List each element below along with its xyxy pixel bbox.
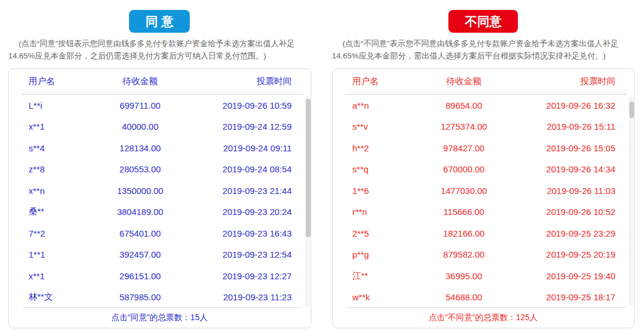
cell-amount: 1275374.00	[409, 122, 520, 131]
cell-username: 林**文	[9, 292, 85, 303]
cell-amount: 115666.00	[409, 207, 520, 217]
cell-amount: 1477030.00	[409, 186, 520, 196]
disagree-button[interactable]: 不同意	[448, 10, 518, 33]
cell-vote-time: 2019-09-23 16:43	[196, 228, 311, 238]
cell-amount: 3804189.00	[85, 207, 196, 217]
cell-username: r**n	[333, 207, 409, 217]
cell-username: x**1	[9, 271, 85, 281]
cell-amount: 280553.00	[85, 164, 196, 174]
table-row: 1**1 392457.00 2019-09-23 12:54	[9, 244, 311, 266]
cell-amount: 296151.00	[85, 271, 196, 281]
agree-table-header: 用户名 待收金额 投票时间	[9, 69, 311, 94]
cell-amount: 182166.00	[409, 228, 520, 238]
cell-username: 桑**	[9, 206, 85, 217]
column-header-username: 用户名	[9, 76, 85, 87]
cell-amount: 36995.00	[409, 271, 520, 281]
cell-amount: 54688.00	[409, 292, 520, 302]
cell-vote-time: 2019-09-25 19:40	[520, 271, 635, 281]
cell-vote-time: 2019-09-25 23:29	[520, 228, 635, 238]
cell-amount: 699711.00	[85, 100, 196, 110]
cell-vote-time: 2019-09-26 14:34	[520, 164, 635, 174]
cell-amount: 128134.00	[85, 143, 196, 153]
cell-username: s**v	[333, 122, 409, 131]
table-row: p**g 879582.00 2019-09-25 20:19	[333, 244, 635, 266]
table-row: s**q 670000.00 2019-09-26 14:34	[333, 159, 635, 181]
vote-page: 同 意 (点击“同意”按钮表示您同意由钱多多兑付专款账户资金给予未选方案出借人补…	[0, 0, 644, 328]
cell-vote-time: 2019-09-24 08:54	[196, 164, 311, 174]
agree-section: 同 意 (点击“同意”按钮表示您同意由钱多多兑付专款账户资金给予未选方案出借人补…	[8, 0, 311, 328]
cell-username: s**4	[9, 143, 85, 153]
cell-vote-time: 2019-09-23 21:44	[196, 186, 311, 196]
cell-amount: 587985.00	[85, 292, 196, 302]
agree-button-wrap: 同 意	[8, 10, 311, 33]
disagree-scrollbar-thumb[interactable]	[629, 102, 634, 118]
cell-amount: 675401.00	[85, 228, 196, 238]
disagree-scrollbar-track[interactable]	[629, 96, 633, 306]
agree-description: (点击“同意”按钮表示您同意由钱多多兑付专款账户资金给予未选方案出借人补足14.…	[8, 37, 311, 62]
cell-amount: 89654.00	[409, 100, 520, 110]
table-row: 桑** 3804189.00 2019-09-23 20:24	[9, 202, 311, 223]
table-row: x**1 40000.00 2019-09-24 12:59	[9, 116, 311, 138]
cell-vote-time: 2019-09-23 12:27	[196, 271, 311, 281]
disagree-section: 不同意 (点击“不同意”表示您不同意由钱多多兑付专款账户资金给予未选方案出借人补…	[332, 0, 635, 328]
agree-button[interactable]: 同 意	[129, 10, 190, 33]
table-row: s**v 1275374.00 2019-09-26 15:11	[333, 116, 635, 138]
cell-vote-time: 2019-09-26 10:59	[196, 100, 311, 110]
disagree-vote-table: 用户名 待收金额 投票时间 a**n 89654.00 2019-09-26 1…	[332, 68, 635, 328]
cell-vote-time: 2019-09-23 11:23	[196, 292, 311, 302]
table-row: r**n 115666.00 2019-09-26 10:52	[333, 202, 635, 223]
column-header-amount: 待收金额	[85, 76, 196, 87]
cell-vote-time: 2019-09-23 12:54	[196, 249, 311, 259]
table-row: h**2 978427.00 2019-09-26 15:05	[333, 137, 635, 159]
cell-username: x**n	[9, 186, 85, 196]
table-row: 7**2 675401.00 2019-09-23 16:43	[9, 223, 311, 244]
cell-username: h**2	[333, 143, 409, 153]
column-header-amount: 待收金额	[409, 76, 520, 87]
cell-username: 2**5	[333, 228, 409, 238]
table-row: 林**文 587985.00 2019-09-23 11:23	[9, 287, 311, 308]
cell-amount: 392457.00	[85, 249, 196, 259]
cell-vote-time: 2019-09-26 15:05	[520, 143, 635, 153]
column-header-vote-time: 投票时间	[520, 76, 635, 87]
cell-username: 1**1	[9, 249, 85, 259]
cell-username: L**i	[9, 100, 85, 110]
cell-amount: 670000.00	[409, 164, 520, 174]
table-row: z**8 280553.00 2019-09-24 08:54	[9, 159, 311, 181]
cell-username: z**8	[9, 164, 85, 174]
disagree-description: (点击“不同意”表示您不同意由钱多多兑付专款账户资金给予未选方案出借人补足14.…	[332, 37, 635, 62]
cell-vote-time: 2019-09-26 11:03	[520, 186, 635, 196]
table-row: 1**6 1477030.00 2019-09-26 11:03	[333, 180, 635, 202]
cell-username: x**1	[9, 122, 85, 131]
disagree-button-wrap: 不同意	[332, 10, 635, 33]
disagree-table-header: 用户名 待收金额 投票时间	[333, 69, 635, 94]
cell-vote-time: 2019-09-24 12:59	[196, 122, 311, 131]
cell-username: 1**6	[333, 186, 409, 196]
cell-username: 江**	[333, 270, 409, 282]
table-row: s**4 128134.00 2019-09-24 09:11	[9, 137, 311, 159]
cell-vote-time: 2019-09-25 18:17	[520, 292, 635, 302]
cell-amount: 879582.00	[409, 249, 520, 259]
disagree-total-votes: 点击“不同意”的总票数：125人	[333, 308, 635, 328]
cell-vote-time: 2019-09-23 20:24	[196, 207, 311, 217]
cell-amount: 40000.00	[85, 122, 196, 131]
table-row: w**k 54688.00 2019-09-25 18:17	[333, 287, 635, 308]
column-header-vote-time: 投票时间	[196, 76, 311, 87]
cell-vote-time: 2019-09-26 15:11	[520, 122, 635, 131]
agree-scrollbar-track[interactable]	[305, 96, 310, 306]
table-row: 2**5 182166.00 2019-09-25 23:29	[333, 223, 635, 244]
cell-vote-time: 2019-09-26 16:32	[520, 100, 635, 110]
cell-username: s**q	[333, 164, 409, 174]
agree-vote-table: 用户名 待收金额 投票时间 L**i 699711.00 2019-09-26 …	[8, 68, 311, 328]
agree-scrollbar-thumb[interactable]	[306, 99, 311, 237]
table-row: L**i 699711.00 2019-09-26 10:59	[9, 95, 311, 116]
cell-username: p**g	[333, 249, 409, 259]
table-row: 江** 36995.00 2019-09-25 19:40	[333, 265, 635, 287]
agree-table-body: L**i 699711.00 2019-09-26 10:59 x**1 400…	[9, 95, 311, 307]
table-row: x**n 1350000.00 2019-09-23 21:44	[9, 180, 311, 202]
cell-username: a**n	[333, 100, 409, 110]
agree-total-votes: 点击“同意”的总票数：15人	[9, 308, 311, 328]
cell-vote-time: 2019-09-26 10:52	[520, 207, 635, 217]
table-row: a**n 89654.00 2019-09-26 16:32	[333, 95, 635, 116]
cell-vote-time: 2019-09-25 20:19	[520, 249, 635, 259]
table-row: x**1 296151.00 2019-09-23 12:27	[9, 265, 311, 287]
